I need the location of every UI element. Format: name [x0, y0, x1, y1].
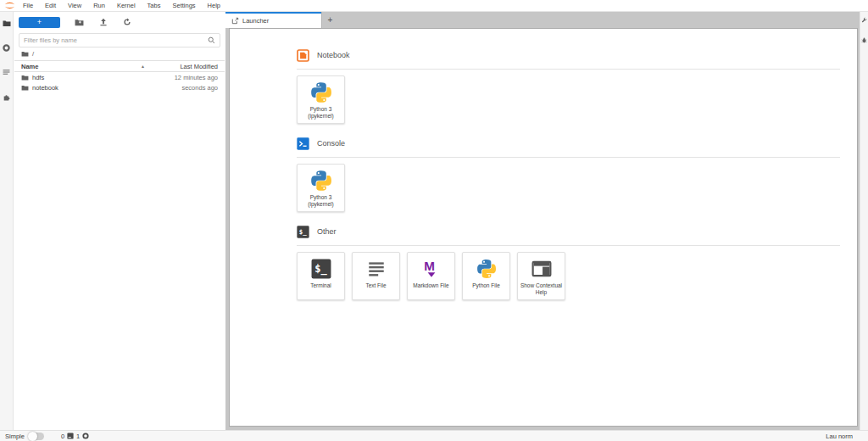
tab-label: Launcher [242, 17, 269, 25]
notebook-icon [297, 49, 309, 62]
terminal-icon: $_ [297, 226, 309, 238]
jupyter-logo-icon [3, 1, 17, 10]
menu-file[interactable]: File [17, 0, 39, 11]
kernel-subname: (ipykernel) [308, 113, 333, 120]
breadcrumb-root[interactable]: / [32, 50, 34, 58]
kernel-name: Python 3 [309, 106, 334, 113]
launcher-card-notebook-python3[interactable]: Python 3 (ipykernel) [297, 75, 345, 124]
filter-files-input[interactable] [24, 36, 208, 44]
menu-edit[interactable]: Edit [39, 0, 62, 11]
sort-ascending-icon[interactable]: ▲ [141, 64, 145, 69]
extension-manager-icon[interactable] [3, 92, 11, 101]
new-launcher-button[interactable]: + [19, 17, 60, 28]
running-sessions-icon[interactable] [3, 43, 11, 52]
file-browser-icon[interactable] [3, 19, 11, 27]
section-title: Other [317, 227, 337, 236]
section-title: Console [317, 139, 345, 148]
simple-mode-toggle[interactable] [29, 433, 44, 440]
file-row-hdfs[interactable]: hdfs 12 minutes ago [14, 72, 225, 82]
file-list-header: Name ▲ Last Modified [14, 60, 225, 72]
running-sessions-status[interactable]: 0 1 [61, 433, 89, 440]
console-icon [297, 137, 309, 150]
svg-text:M: M [424, 259, 435, 273]
file-modified: 12 minutes ago [175, 74, 218, 81]
launcher-card-markdown-file[interactable]: M Markdown File [407, 252, 455, 300]
kernel-mini-icon [82, 433, 89, 439]
dock-panel: Launcher + Notebook [225, 12, 860, 430]
jupyterlab-window: File Edit View Run Kernel Tabs Settings … [0, 0, 868, 441]
folder-icon [21, 85, 29, 91]
python-logo-icon [476, 258, 498, 280]
launcher-card-text-file[interactable]: Text File [352, 252, 400, 300]
new-folder-icon[interactable] [75, 18, 84, 27]
file-browser-toolbar: + [14, 12, 225, 32]
file-name: hdfs [32, 74, 44, 81]
menu-tabs[interactable]: Tabs [142, 0, 167, 11]
simple-mode-label: Simple [5, 433, 25, 440]
debugger-icon[interactable] [861, 37, 867, 43]
section-other: $_ Other $_ [297, 225, 840, 300]
markdown-icon: M [420, 258, 442, 280]
column-name[interactable]: Name ▲ [21, 63, 157, 70]
launcher-card-console-python3[interactable]: Python 3 (ipykernel) [297, 164, 345, 212]
launcher-card-python-file[interactable]: Python File [462, 252, 510, 300]
column-last-modified[interactable]: Last Modified [157, 63, 218, 70]
property-inspector-icon[interactable] [861, 17, 867, 23]
python-logo-icon [310, 81, 332, 103]
contextual-help-icon [531, 258, 553, 280]
home-folder-icon [21, 51, 29, 57]
text-file-icon [365, 258, 387, 280]
launcher-tab-icon [231, 17, 239, 25]
section-title: Notebook [317, 51, 350, 59]
launcher-card-terminal[interactable]: $_ Terminal [297, 252, 345, 300]
kernel-subname: (ipykernel) [308, 201, 333, 208]
terminal-icon: $_ [310, 258, 332, 280]
table-of-contents-icon[interactable] [3, 68, 11, 76]
menu-run[interactable]: Run [87, 0, 111, 11]
menu-kernel[interactable]: Kernel [111, 0, 142, 11]
add-tab-button[interactable]: + [321, 12, 338, 28]
left-sidebar [0, 12, 14, 430]
kernels-count: 1 [76, 433, 80, 440]
menu-help[interactable]: Help [202, 0, 226, 11]
python-logo-icon [310, 170, 332, 192]
terminal-mini-icon [67, 433, 74, 439]
section-console: Console Python 3 (ipyker [297, 137, 840, 212]
search-icon [208, 36, 215, 44]
launcher-panel: Notebook Python 3 (ipyke [229, 28, 858, 427]
breadcrumb[interactable]: / [14, 47, 225, 60]
tab-launcher[interactable]: Launcher [225, 12, 321, 28]
svg-text:$_: $_ [299, 228, 308, 236]
launcher-card-contextual-help[interactable]: Show Contextual Help [517, 252, 565, 300]
svg-text:$_: $_ [314, 263, 327, 276]
right-sidebar [860, 12, 868, 430]
menu-bar: File Edit View Run Kernel Tabs Settings … [0, 0, 868, 12]
menu-settings[interactable]: Settings [166, 0, 201, 11]
filter-box [19, 33, 220, 47]
terminals-count: 0 [61, 433, 64, 440]
menu-view[interactable]: View [62, 0, 87, 11]
upload-icon[interactable] [98, 18, 108, 27]
file-browser-panel: + [14, 12, 225, 430]
refresh-icon[interactable] [122, 18, 131, 27]
file-name: notebook [32, 84, 58, 92]
tab-bar: Launcher + [225, 12, 860, 28]
file-row-notebook[interactable]: notebook seconds ago [14, 82, 225, 92]
folder-icon [21, 75, 29, 81]
section-notebook: Notebook Python 3 (ipyke [297, 48, 840, 124]
kernel-name: Python 3 [309, 194, 334, 201]
file-modified: seconds ago [181, 84, 218, 92]
status-bar: Simple 0 1 Lau norm [0, 430, 868, 441]
statusbar-right-text: Lau norm [826, 433, 853, 440]
